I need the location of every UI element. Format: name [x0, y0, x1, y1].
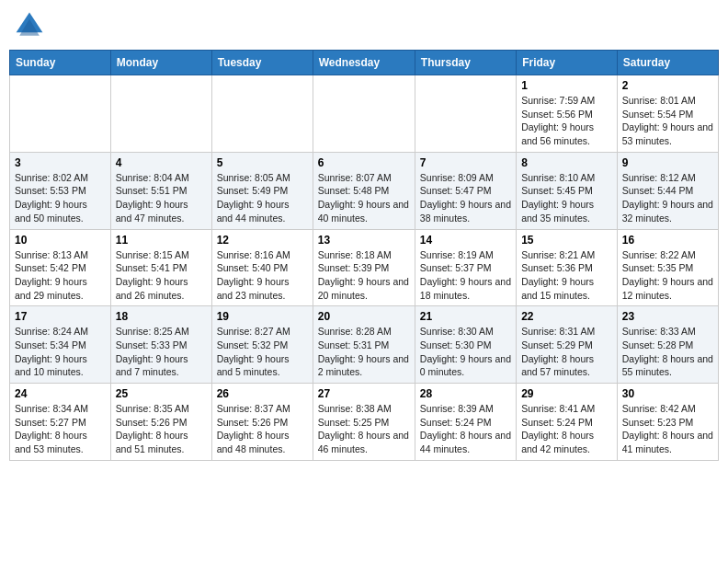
calendar-cell: 6Sunrise: 8:07 AM Sunset: 5:48 PM Daylig… [313, 152, 415, 229]
day-info: Sunrise: 8:09 AM Sunset: 5:47 PM Dayligh… [420, 171, 511, 225]
calendar-cell: 26Sunrise: 8:37 AM Sunset: 5:26 PM Dayli… [211, 384, 313, 461]
day-number: 24 [15, 387, 106, 400]
calendar-cell [211, 75, 313, 153]
weekday-header: Monday [110, 51, 211, 75]
calendar-cell: 8Sunrise: 8:10 AM Sunset: 5:45 PM Daylig… [517, 152, 618, 229]
day-info: Sunrise: 8:35 AM Sunset: 5:26 PM Dayligh… [116, 402, 207, 456]
calendar-cell: 4Sunrise: 8:04 AM Sunset: 5:51 PM Daylig… [110, 152, 211, 229]
calendar-cell [110, 75, 211, 153]
day-info: Sunrise: 8:19 AM Sunset: 5:37 PM Dayligh… [420, 248, 511, 303]
day-number: 6 [318, 156, 410, 169]
calendar-cell: 21Sunrise: 8:30 AM Sunset: 5:30 PM Dayli… [415, 306, 516, 384]
day-info: Sunrise: 8:21 AM Sunset: 5:36 PM Dayligh… [521, 248, 612, 303]
calendar-cell: 29Sunrise: 8:41 AM Sunset: 5:24 PM Dayli… [517, 384, 618, 461]
calendar-week-row: 1Sunrise: 7:59 AM Sunset: 5:56 PM Daylig… [10, 75, 719, 153]
weekday-header: Tuesday [211, 51, 313, 75]
calendar-cell: 10Sunrise: 8:13 AM Sunset: 5:42 PM Dayli… [10, 229, 111, 306]
calendar-cell: 12Sunrise: 8:16 AM Sunset: 5:40 PM Dayli… [211, 229, 313, 306]
day-info: Sunrise: 8:41 AM Sunset: 5:24 PM Dayligh… [521, 402, 612, 456]
day-number: 16 [622, 234, 713, 247]
day-number: 25 [116, 387, 207, 400]
day-number: 1 [521, 79, 612, 92]
day-number: 22 [521, 310, 612, 323]
weekday-header: Wednesday [313, 51, 415, 75]
calendar-cell: 23Sunrise: 8:33 AM Sunset: 5:28 PM Dayli… [617, 306, 718, 384]
day-number: 18 [116, 310, 207, 323]
day-info: Sunrise: 8:16 AM Sunset: 5:40 PM Dayligh… [217, 248, 308, 303]
calendar-cell: 2Sunrise: 8:01 AM Sunset: 5:54 PM Daylig… [617, 75, 718, 153]
day-number: 15 [521, 234, 612, 247]
weekday-header: Friday [517, 51, 618, 75]
calendar-cell [415, 75, 516, 153]
page-header [9, 9, 719, 42]
day-info: Sunrise: 8:38 AM Sunset: 5:25 PM Dayligh… [318, 402, 410, 456]
day-number: 21 [420, 310, 511, 323]
calendar-cell: 16Sunrise: 8:22 AM Sunset: 5:35 PM Dayli… [617, 229, 718, 306]
day-number: 7 [420, 156, 511, 169]
day-info: Sunrise: 8:25 AM Sunset: 5:33 PM Dayligh… [116, 325, 207, 379]
calendar-cell: 24Sunrise: 8:34 AM Sunset: 5:27 PM Dayli… [10, 384, 111, 461]
weekday-header-row: SundayMondayTuesdayWednesdayThursdayFrid… [10, 51, 719, 75]
day-info: Sunrise: 7:59 AM Sunset: 5:56 PM Dayligh… [521, 94, 612, 148]
logo-icon [13, 9, 46, 42]
day-info: Sunrise: 8:18 AM Sunset: 5:39 PM Dayligh… [318, 248, 410, 303]
weekday-header: Thursday [415, 51, 516, 75]
day-info: Sunrise: 8:24 AM Sunset: 5:34 PM Dayligh… [15, 325, 106, 379]
day-number: 26 [217, 387, 308, 400]
day-number: 20 [318, 310, 410, 323]
calendar-week-row: 3Sunrise: 8:02 AM Sunset: 5:53 PM Daylig… [10, 152, 719, 229]
day-number: 29 [521, 387, 612, 400]
day-number: 11 [116, 234, 207, 247]
day-info: Sunrise: 8:22 AM Sunset: 5:35 PM Dayligh… [622, 248, 713, 303]
day-info: Sunrise: 8:27 AM Sunset: 5:32 PM Dayligh… [217, 325, 308, 379]
day-info: Sunrise: 8:02 AM Sunset: 5:53 PM Dayligh… [15, 171, 106, 225]
weekday-header: Saturday [617, 51, 718, 75]
day-number: 2 [622, 79, 713, 92]
day-number: 19 [217, 310, 308, 323]
logo [13, 9, 51, 42]
weekday-header: Sunday [10, 51, 111, 75]
calendar-cell: 17Sunrise: 8:24 AM Sunset: 5:34 PM Dayli… [10, 306, 111, 384]
calendar-cell: 14Sunrise: 8:19 AM Sunset: 5:37 PM Dayli… [415, 229, 516, 306]
day-info: Sunrise: 8:01 AM Sunset: 5:54 PM Dayligh… [622, 94, 713, 148]
calendar-cell: 22Sunrise: 8:31 AM Sunset: 5:29 PM Dayli… [517, 306, 618, 384]
day-number: 9 [622, 156, 713, 169]
day-info: Sunrise: 8:31 AM Sunset: 5:29 PM Dayligh… [521, 325, 612, 379]
day-info: Sunrise: 8:07 AM Sunset: 5:48 PM Dayligh… [318, 171, 410, 225]
calendar-cell: 20Sunrise: 8:28 AM Sunset: 5:31 PM Dayli… [313, 306, 415, 384]
calendar-cell: 3Sunrise: 8:02 AM Sunset: 5:53 PM Daylig… [10, 152, 111, 229]
calendar-week-row: 24Sunrise: 8:34 AM Sunset: 5:27 PM Dayli… [10, 384, 719, 461]
calendar-cell: 27Sunrise: 8:38 AM Sunset: 5:25 PM Dayli… [313, 384, 415, 461]
calendar-cell: 9Sunrise: 8:12 AM Sunset: 5:44 PM Daylig… [617, 152, 718, 229]
calendar-week-row: 10Sunrise: 8:13 AM Sunset: 5:42 PM Dayli… [10, 229, 719, 306]
day-info: Sunrise: 8:15 AM Sunset: 5:41 PM Dayligh… [116, 248, 207, 303]
day-info: Sunrise: 8:30 AM Sunset: 5:30 PM Dayligh… [420, 325, 511, 379]
day-info: Sunrise: 8:37 AM Sunset: 5:26 PM Dayligh… [217, 402, 308, 456]
day-number: 13 [318, 234, 410, 247]
day-info: Sunrise: 8:10 AM Sunset: 5:45 PM Dayligh… [521, 171, 612, 225]
calendar-cell: 5Sunrise: 8:05 AM Sunset: 5:49 PM Daylig… [211, 152, 313, 229]
day-number: 27 [318, 387, 410, 400]
calendar-cell: 19Sunrise: 8:27 AM Sunset: 5:32 PM Dayli… [211, 306, 313, 384]
day-number: 5 [217, 156, 308, 169]
calendar-cell [10, 75, 111, 153]
day-number: 30 [622, 387, 713, 400]
calendar-cell: 15Sunrise: 8:21 AM Sunset: 5:36 PM Dayli… [517, 229, 618, 306]
day-info: Sunrise: 8:13 AM Sunset: 5:42 PM Dayligh… [15, 248, 106, 303]
calendar-cell: 28Sunrise: 8:39 AM Sunset: 5:24 PM Dayli… [415, 384, 516, 461]
day-number: 8 [521, 156, 612, 169]
calendar-cell: 13Sunrise: 8:18 AM Sunset: 5:39 PM Dayli… [313, 229, 415, 306]
calendar-cell: 11Sunrise: 8:15 AM Sunset: 5:41 PM Dayli… [110, 229, 211, 306]
calendar-table: SundayMondayTuesdayWednesdayThursdayFrid… [9, 50, 719, 461]
calendar-cell [313, 75, 415, 153]
day-info: Sunrise: 8:05 AM Sunset: 5:49 PM Dayligh… [217, 171, 308, 225]
calendar-cell: 18Sunrise: 8:25 AM Sunset: 5:33 PM Dayli… [110, 306, 211, 384]
day-info: Sunrise: 8:34 AM Sunset: 5:27 PM Dayligh… [15, 402, 106, 456]
calendar-cell: 1Sunrise: 7:59 AM Sunset: 5:56 PM Daylig… [517, 75, 618, 153]
day-number: 12 [217, 234, 308, 247]
day-number: 4 [116, 156, 207, 169]
day-number: 23 [622, 310, 713, 323]
day-number: 10 [15, 234, 106, 247]
day-info: Sunrise: 8:42 AM Sunset: 5:23 PM Dayligh… [622, 402, 713, 456]
calendar-cell: 30Sunrise: 8:42 AM Sunset: 5:23 PM Dayli… [617, 384, 718, 461]
